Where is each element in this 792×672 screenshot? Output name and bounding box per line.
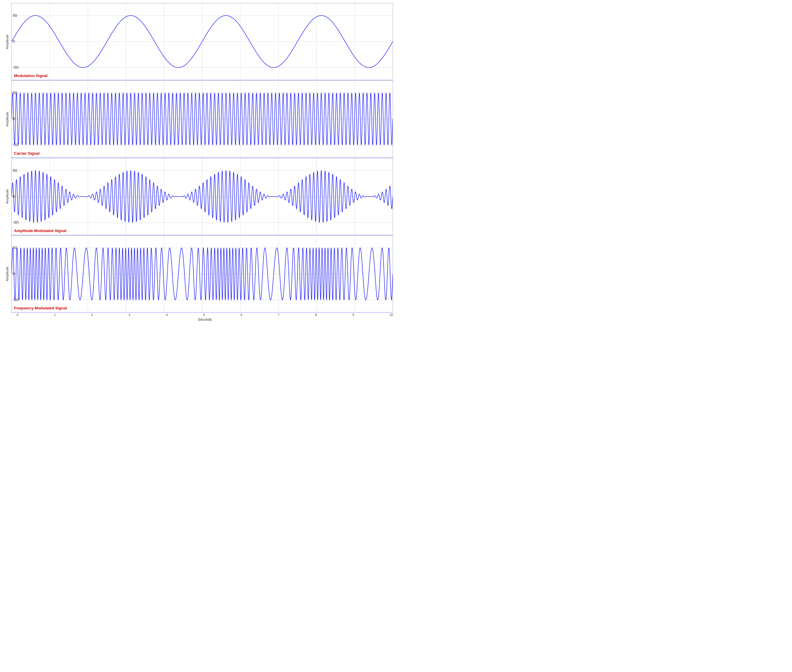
x-axis-title: Seconds <box>17 317 393 322</box>
signal-svg-carrier: 50 0 -50 <box>12 81 393 157</box>
x-tick-3: 3 <box>128 313 130 317</box>
chart-carrier: 50 0 -50 Carrier Signal <box>11 80 393 158</box>
x-tick-labels: 0 1 2 3 4 5 6 7 8 9 10 <box>17 313 393 317</box>
x-tick-2: 2 <box>91 313 93 317</box>
x-tick-7: 7 <box>277 313 279 317</box>
x-axis-spacer <box>3 313 17 324</box>
chart-label-fm: Frequency Modulated Signal <box>14 306 67 310</box>
x-tick-8: 8 <box>315 313 317 317</box>
y-axis-label-2: Amplitude <box>3 80 11 158</box>
svg-text:-50: -50 <box>13 298 19 302</box>
panels-wrapper: Amplitude <box>3 3 393 313</box>
y-axis-label-1: Amplitude <box>3 3 11 80</box>
x-tick-0: 0 <box>17 313 19 317</box>
x-tick-10: 10 <box>390 313 393 317</box>
x-axis-row: 0 1 2 3 4 5 6 7 8 9 10 Seconds <box>3 313 393 324</box>
x-tick-9: 9 <box>353 313 354 317</box>
x-tick-1: 1 <box>54 313 56 317</box>
panel-am: Amplitude 50 0 <box>3 158 393 235</box>
y-axis-label-4: Amplitude <box>3 235 11 313</box>
signal-svg-fm: 50 0 -50 <box>12 236 393 312</box>
chart-label-modulation: Modulation Signal <box>14 74 48 78</box>
svg-text:-50: -50 <box>13 66 19 70</box>
chart-label-am: Amplitude Modulated Signal <box>14 229 66 233</box>
signal-svg-modulation: 50 0 -50 <box>12 3 393 80</box>
panel-fm: Amplitude 50 0 <box>3 235 393 313</box>
x-axis-container: 0 1 2 3 4 5 6 7 8 9 10 Seconds <box>17 313 393 324</box>
svg-text:50: 50 <box>13 13 17 18</box>
y-axis-label-3: Amplitude <box>3 158 11 235</box>
x-tick-5: 5 <box>203 313 205 317</box>
chart-label-carrier: Carrier Signal <box>14 151 40 155</box>
panel-modulation: Amplitude <box>3 3 393 80</box>
x-tick-4: 4 <box>166 313 168 317</box>
chart-fm: 50 0 -50 Frequency Modulated Signal <box>11 235 393 313</box>
svg-text:50: 50 <box>13 168 17 173</box>
chart-am: 50 0 -50 Amplitude Modulated Signal <box>11 158 393 235</box>
svg-text:-50: -50 <box>13 143 19 147</box>
svg-text:0: 0 <box>13 39 15 43</box>
svg-text:-50: -50 <box>13 220 19 225</box>
signal-svg-am: 50 0 -50 <box>12 158 393 235</box>
main-container: Amplitude <box>0 0 396 336</box>
x-tick-6: 6 <box>240 313 242 317</box>
panel-carrier: Amplitude 50 0 <box>3 80 393 158</box>
chart-modulation: 50 0 -50 Modulation Signal <box>11 3 393 80</box>
